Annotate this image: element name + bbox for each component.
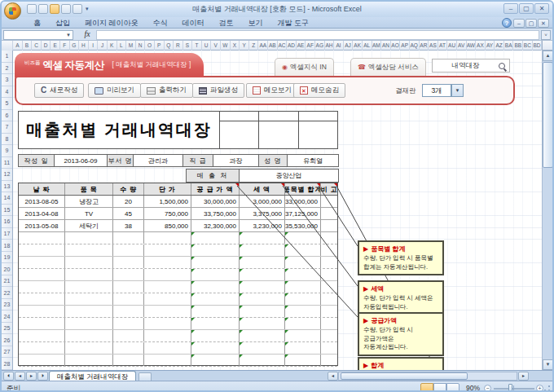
row-header[interactable]: 17 [2,228,12,240]
scroll-up-icon[interactable]: ▲ [543,51,553,61]
ribbon-tab[interactable]: 보기 [241,17,270,29]
zoom-in-icon[interactable]: + [536,385,543,392]
column-header[interactable]: AB [268,41,278,51]
column-header[interactable]: A [13,41,23,51]
row-header[interactable]: 2 [2,63,12,75]
column-header[interactable]: AN [381,41,391,51]
qat-icon-2[interactable] [38,4,48,14]
column-header[interactable]: J [98,41,108,51]
column-header[interactable]: BA [504,41,514,51]
restore-icon[interactable]: ▢ [519,3,534,14]
hscroll-left-icon[interactable]: ◂ [328,372,338,381]
row-header[interactable]: 19 [2,252,12,264]
next-sheet-icon[interactable]: ▸ [26,372,37,381]
column-header[interactable]: L [117,41,127,51]
row-header[interactable]: 20 [2,263,12,275]
column-header[interactable]: F [60,41,70,51]
ribbon-tab[interactable]: 데이터 [175,17,212,29]
column-header[interactable]: E [51,41,60,51]
column-header[interactable]: AL [363,41,372,51]
column-header[interactable]: B [23,41,33,51]
qat-icon-1[interactable] [27,4,37,14]
ribbon-tab[interactable]: 개발 도구 [270,17,317,29]
row-header[interactable]: 12 [2,169,12,181]
banner-tab-excel-consult[interactable]: ☎ 엑셀상담 서비스 [350,58,426,76]
column-header[interactable]: Z [249,41,259,51]
horizontal-scroll-thumb[interactable] [341,372,468,380]
last-sheet-icon[interactable]: ⏵ [37,372,48,381]
prev-sheet-icon[interactable]: ◂ [15,372,25,381]
page-break-view-icon[interactable] [446,383,459,392]
column-header[interactable]: AU [447,41,457,51]
column-header[interactable]: AJ [344,41,354,51]
row-header[interactable]: 11 [2,157,12,170]
row-header[interactable]: 21 [2,275,12,288]
column-header[interactable]: M [126,41,136,51]
column-header[interactable]: AQ [410,41,420,51]
column-header[interactable]: BD [533,41,543,51]
search-icon[interactable] [499,63,505,69]
row-header[interactable]: 16 [2,216,12,228]
row-header[interactable]: 23 [2,299,12,311]
zoom-slider-thumb[interactable] [508,384,512,392]
ribbon-tab[interactable]: 수식 [146,17,175,29]
qat-icon-3[interactable] [50,4,59,14]
row-header[interactable]: 28 [2,358,12,370]
row-header[interactable]: 8 [2,134,12,146]
resize-grip[interactable] [543,385,551,392]
select-all-corner[interactable] [2,41,13,51]
ribbon-tab[interactable]: 삽입 [48,17,77,29]
workbook-restore-icon[interactable]: ▢ [525,19,537,28]
column-header[interactable]: V [211,41,221,51]
hscroll-right-icon[interactable]: ▸ [518,372,529,381]
workbook-close-icon[interactable]: ✕ [538,19,549,28]
column-header[interactable]: AH [325,41,335,51]
column-header[interactable]: AV [457,41,467,51]
row-header[interactable]: 7 [2,121,12,134]
formula-bar-expand-icon[interactable]: ˅ [541,30,551,40]
row-header[interactable]: 22 [2,287,12,299]
column-header[interactable]: AT [438,41,448,51]
search-box[interactable]: 내역대장 [432,59,510,73]
row-header[interactable]: 24 [2,311,12,323]
column-header[interactable]: H [79,41,89,51]
column-header[interactable]: AS [429,41,438,51]
column-header[interactable]: P [155,41,165,51]
column-header[interactable]: AR [420,41,429,51]
column-header[interactable]: AP [400,41,410,51]
ribbon-tab[interactable]: 검토 [212,17,241,29]
row-header[interactable]: 25 [2,323,12,335]
column-header[interactable]: AX [476,41,486,51]
column-header[interactable]: X [231,41,240,51]
workbook-minimize-icon[interactable]: – [513,19,525,28]
help-icon[interactable]: ? [502,18,512,28]
column-header[interactable]: R [174,41,183,51]
row-header[interactable]: 3 [2,74,12,86]
column-header[interactable]: W [221,41,231,51]
row-header[interactable]: 9 [2,145,12,157]
column-header[interactable]: C [32,41,42,51]
horizontal-scrollbar[interactable] [338,372,517,381]
ribbon-tab[interactable]: 페이지 레이아웃 [77,17,146,29]
banner-tab-excel-knowledge[interactable]: ◉ 엑셀지식 IN [275,58,334,76]
worksheet[interactable]: 비즈폼 엑셀 자동계산 [ 매출처별 거래내역대장 ] ◉ 엑셀지식 IN ☎ … [13,51,542,370]
zoom-level[interactable]: 90% [466,384,480,392]
column-header[interactable]: AE [297,41,306,51]
column-header[interactable]: AY [486,41,495,51]
vertical-scroll-thumb[interactable] [543,62,553,168]
column-header[interactable]: AI [334,41,344,51]
row-header[interactable]: 5 [2,98,12,110]
column-header[interactable]: BB [513,41,523,51]
column-header[interactable]: K [108,41,117,51]
column-header[interactable]: D [42,41,51,51]
zoom-out-icon[interactable]: − [484,385,491,392]
column-header[interactable]: Q [165,41,174,51]
row-header[interactable]: 27 [2,346,12,359]
column-header[interactable]: I [89,41,99,51]
row-header[interactable]: 14 [2,192,12,205]
column-header[interactable]: N [136,41,146,51]
minimize-icon[interactable]: – [503,3,518,14]
column-header[interactable]: AO [391,41,401,51]
row-header[interactable]: 26 [2,334,12,346]
page-layout-view-icon[interactable] [433,383,446,392]
